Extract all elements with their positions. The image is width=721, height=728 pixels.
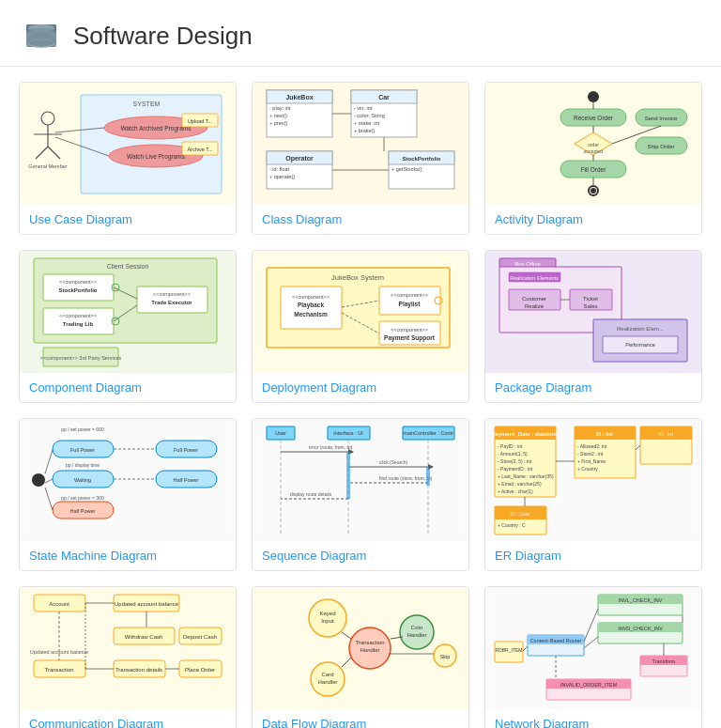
svg-text:<<component>> 3rd Party Servic: <<component>> 3rd Party Services	[40, 355, 122, 361]
svg-text:Transaction: Transaction	[355, 640, 384, 645]
svg-text:+ First_Name: + First_Name	[577, 458, 606, 464]
svg-text:order: order	[588, 142, 599, 147]
svg-text:Handler: Handler	[317, 679, 337, 685]
svg-text:pp / set power = 300: pp / set power = 300	[61, 495, 104, 501]
diagram-card-use-case[interactable]: SYSTEM General Member Watch Archived Pro…	[19, 82, 237, 235]
diagram-label-sequence: Sequence Diagram	[253, 541, 468, 570]
svg-text:Car: Car	[378, 94, 390, 101]
svg-text:JukeBox System: JukeBox System	[331, 273, 384, 282]
svg-text:Skip: Skip	[440, 654, 451, 659]
svg-text:Watch Archived Programs: Watch Archived Programs	[121, 125, 192, 132]
diagram-preview-er: Payment_Date : datetime - PayID : int - …	[485, 419, 701, 541]
svg-text:display route details: display route details	[290, 491, 332, 497]
svg-text:Box Office: Box Office	[514, 261, 541, 267]
svg-text:ID : int: ID : int	[658, 431, 673, 437]
svg-text:+ operate(): + operate()	[269, 174, 295, 179]
svg-text:accepted: accepted	[584, 148, 604, 154]
svg-text:+ make: int: + make: int	[354, 120, 380, 126]
diagram-preview-communication: Account Updated account balance Deposit …	[20, 587, 236, 709]
svg-text:General Member: General Member	[28, 163, 67, 169]
svg-text:+ next(): + next()	[269, 113, 287, 118]
diagram-card-sequence[interactable]: User Interface : UI mainController : Con…	[252, 418, 469, 571]
svg-text:Account: Account	[49, 601, 69, 607]
svg-text:SYSTEM: SYSTEM	[133, 101, 161, 107]
svg-text:Operator: Operator	[285, 155, 314, 163]
svg-text:Customer: Customer	[522, 296, 546, 302]
diagram-card-class[interactable]: Car - vin: int - color: String + make: i…	[252, 82, 469, 235]
svg-text:- play: int: - play: int	[269, 105, 291, 111]
svg-text:- Store(2, 5) : int: - Store(2, 5) : int	[498, 458, 532, 464]
svg-rect-99	[379, 321, 440, 345]
svg-text:<<component>>: <<component>>	[59, 313, 97, 318]
svg-text:Updated account balance: Updated account balance	[30, 649, 88, 655]
diagram-label-dfd: Data Flow Diagram	[253, 709, 468, 728]
svg-text:<<component>>: <<component>>	[391, 327, 428, 333]
svg-text:+ Active : char(1): + Active : char(1)	[498, 488, 533, 494]
svg-point-123	[32, 473, 45, 487]
diagram-card-activity[interactable]: Receive Order order accepted Fill Order …	[484, 82, 702, 235]
diagram-label-package: Package Diagram	[485, 373, 701, 402]
svg-text:click (Search): click (Search)	[379, 459, 408, 465]
diagram-preview-state: Full Power pp / set power = 600 Waiting …	[20, 419, 236, 541]
svg-text:Keyed: Keyed	[319, 611, 335, 616]
svg-text:Full Power: Full Power	[70, 447, 95, 453]
svg-text:- color: String: - color: String	[354, 113, 385, 118]
svg-text:Half Power: Half Power	[70, 508, 96, 514]
svg-text:<<component>>: <<component>>	[292, 294, 330, 300]
svg-text:Trading Lib: Trading Lib	[63, 321, 94, 327]
svg-rect-5	[28, 28, 54, 43]
svg-text:Ticket: Ticket	[583, 296, 598, 302]
svg-rect-163	[426, 467, 430, 486]
diagram-card-network[interactable]: INVL_CHECK_INV INVD_CHECK_INV Content-Ba…	[484, 586, 702, 728]
svg-text:Realize: Realize	[525, 303, 545, 309]
diagram-card-deployment[interactable]: JukeBox System <<component>> Playback Me…	[252, 250, 469, 403]
svg-text:Mechanism: Mechanism	[294, 311, 328, 318]
svg-text:Performance: Performance	[625, 342, 655, 348]
svg-text:Handler: Handler	[407, 632, 426, 638]
database-icon	[23, 17, 60, 54]
svg-text:Upload T...: Upload T...	[188, 118, 213, 124]
diagram-label-use-case: Use Case Diagram	[20, 205, 236, 234]
diagram-label-component: Component Diagram	[20, 373, 236, 402]
diagram-card-state-machine[interactable]: Full Power pp / set power = 600 Waiting …	[19, 418, 237, 571]
svg-text:+ Email : varchar(25): + Email : varchar(25)	[498, 481, 542, 487]
svg-text:INVALID_ORDER_ITEM: INVALID_ORDER_ITEM	[560, 682, 618, 688]
svg-text:- Store2 : int: - Store2 : int	[577, 451, 604, 457]
diagram-preview-sequence: User Interface : UI mainController : Con…	[253, 419, 468, 541]
diagram-preview-deployment: JukeBox System <<component>> Playback Me…	[253, 251, 468, 373]
diagram-label-communication: Communication Diagram	[20, 709, 236, 728]
svg-text:- id: float: - id: float	[269, 166, 290, 172]
diagram-card-er[interactable]: Payment_Date : datetime - PayID : int - …	[484, 418, 702, 571]
svg-text:Transform: Transform	[652, 658, 676, 664]
svg-text:ID : User: ID : User	[510, 511, 530, 517]
svg-text:Watch Live Programs: Watch Live Programs	[127, 153, 186, 161]
svg-text:Playback: Playback	[298, 302, 325, 309]
diagram-card-communication[interactable]: Account Updated account balance Deposit …	[19, 586, 237, 728]
svg-text:StockPortfolio: StockPortfolio	[58, 287, 97, 293]
svg-text:User: User	[275, 430, 286, 436]
svg-text:+ Country : C: + Country : C	[498, 522, 526, 528]
svg-text:Send Invoice: Send Invoice	[645, 116, 678, 121]
svg-text:Transaction details: Transaction details	[115, 667, 162, 673]
svg-text:+ prev(): + prev()	[269, 120, 287, 126]
svg-text:Realization Elements: Realization Elements	[510, 275, 559, 281]
svg-text:Client Session: Client Session	[107, 263, 149, 270]
page-header: Software Design	[0, 0, 721, 67]
svg-point-69	[591, 188, 596, 194]
svg-text:- Allowed2: int: - Allowed2: int	[577, 443, 607, 449]
diagram-label-er: ER Diagram	[485, 541, 701, 570]
diagram-card-package[interactable]: Box Office Realization Elements Customer…	[484, 250, 702, 403]
diagram-card-component[interactable]: Client Session <<component>> StockPortfo…	[19, 250, 237, 403]
diagram-card-dfd[interactable]: Keyed Input Transaction Handler Card Han…	[252, 586, 469, 728]
svg-text:Withdraw Cash: Withdraw Cash	[125, 634, 163, 640]
svg-text:Content-Based Router: Content-Based Router	[530, 638, 582, 643]
svg-text:<<component>>: <<component>>	[59, 279, 97, 285]
svg-text:<<component>>: <<component>>	[153, 291, 191, 297]
diagram-label-activity: Activity Diagram	[485, 205, 701, 234]
svg-text:error (route, from, to): error (route, from, to)	[309, 444, 353, 450]
svg-text:Deposit Cash: Deposit Cash	[183, 634, 217, 640]
svg-text:pp / set power = 600: pp / set power = 600	[61, 426, 104, 432]
svg-text:Interface : UI: Interface : UI	[333, 430, 363, 436]
svg-text:Sales: Sales	[583, 303, 597, 309]
svg-text:- PaymentID : int: - PaymentID : int	[498, 466, 533, 472]
